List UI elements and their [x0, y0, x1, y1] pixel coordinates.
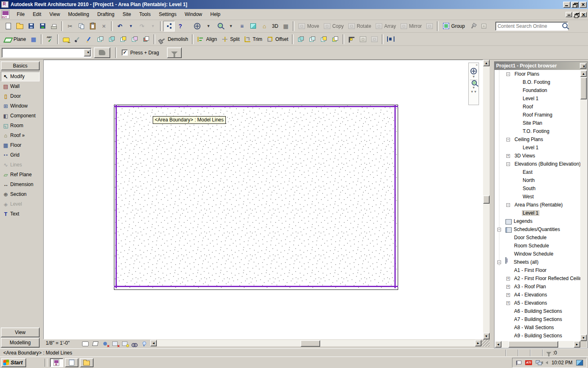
tree-item[interactable]: North: [495, 177, 580, 185]
edit-joins-button[interactable]: [357, 34, 369, 45]
horizontal-scroll-thumb[interactable]: [301, 340, 320, 347]
walkthrough-button[interactable]: ▦: [280, 21, 291, 31]
paste-button[interactable]: [87, 21, 98, 31]
design-bar-tab-view[interactable]: View: [1, 328, 40, 337]
align-button[interactable]: Align: [195, 34, 219, 45]
tree-item[interactable]: A7 - Building Sections: [495, 316, 580, 324]
tree-item-label[interactable]: Sheets (all): [513, 259, 539, 265]
collapse-icon[interactable]: −: [506, 72, 510, 76]
tree-item[interactable]: −Area Plans (Rentable): [495, 201, 580, 209]
tree-item-label[interactable]: Level 1: [522, 145, 539, 150]
type-selector-dropdown-button[interactable]: ▼: [84, 49, 91, 56]
delete-button[interactable]: ×: [98, 21, 109, 31]
sidebar-item-section[interactable]: ⊕Section: [1, 189, 40, 199]
tree-item-label[interactable]: Legends: [513, 218, 533, 224]
print-button[interactable]: [48, 21, 60, 31]
temporary-hide-isolate-button[interactable]: [130, 340, 139, 347]
work-grid-button[interactable]: ▦: [28, 34, 39, 45]
sidebar-item-window[interactable]: ⊞Window: [1, 101, 40, 111]
tree-item-label[interactable]: A9 - Building Sections: [513, 333, 563, 339]
zoom-button[interactable]: [214, 21, 225, 31]
tree-item-label[interactable]: Floor Plans: [514, 71, 540, 77]
tree-item[interactable]: A6 - Building Sections: [495, 307, 580, 316]
tree-item[interactable]: +3D Views: [495, 152, 580, 160]
wall-joins-button[interactable]: [346, 34, 357, 45]
project-browser-toggle-button[interactable]: [163, 21, 175, 31]
tree-item-label[interactable]: T.O. Footing: [522, 128, 550, 134]
tree-item[interactable]: Window Schedule: [495, 250, 580, 258]
notepad-window-task-button[interactable]: [65, 358, 78, 367]
sidebar-item-dimension[interactable]: ↔Dimension: [1, 180, 40, 189]
sidebar-item-room[interactable]: ◱Room: [1, 121, 40, 130]
crop-region-visibility-button[interactable]: [120, 340, 129, 347]
filter-button[interactable]: [167, 47, 182, 58]
tree-item[interactable]: Foundation: [495, 87, 580, 95]
group-button[interactable]: Group: [440, 21, 467, 31]
sidebar-item-wall[interactable]: ▤Wall: [1, 81, 40, 91]
tree-item-label[interactable]: Level 1: [522, 210, 539, 216]
menu-window[interactable]: Window: [180, 10, 206, 18]
area-plan-crop-boundary[interactable]: [114, 105, 398, 290]
view-3d-button[interactable]: 3D: [270, 21, 280, 31]
area-boundary-line-left[interactable]: [116, 105, 117, 288]
attach-button[interactable]: [95, 34, 106, 45]
tree-item[interactable]: South: [495, 185, 580, 193]
ati-icon[interactable]: ATI: [525, 360, 532, 365]
tree-item[interactable]: +A5 - Elevations: [495, 299, 580, 307]
open-button[interactable]: [14, 21, 25, 31]
tree-item-label[interactable]: A4 - Elevations: [513, 292, 548, 298]
tree-item-label[interactable]: B.O. Footing: [522, 79, 551, 85]
zoom-menu-button[interactable]: ▾: [225, 21, 236, 31]
content-search-input[interactable]: [497, 23, 561, 29]
tree-item-label[interactable]: Roof Framing: [522, 112, 553, 118]
scroll-up-button[interactable]: ▲: [483, 60, 490, 66]
type-selector[interactable]: ▼: [2, 48, 91, 58]
document-restore-button[interactable]: [573, 12, 579, 17]
menu-edit[interactable]: Edit: [29, 10, 45, 18]
offset-button[interactable]: Offset: [264, 34, 290, 45]
tree-item[interactable]: Site Plan: [495, 119, 580, 128]
tree-item-label[interactable]: Elevations (Building Elevation): [514, 161, 580, 167]
save-button[interactable]: [25, 21, 37, 31]
tree-item-label[interactable]: Window Schedule: [513, 251, 554, 257]
crop-region-button[interactable]: [110, 340, 119, 347]
collapse-icon[interactable]: −: [506, 138, 510, 141]
internet-explorer-quicklaunch-button[interactable]: [29, 358, 40, 367]
project-browser-close-button[interactable]: ×: [580, 63, 586, 69]
ungroup-button[interactable]: [478, 21, 490, 31]
tree-item-label[interactable]: Ceiling Plans: [514, 137, 544, 142]
vertical-scroll-thumb[interactable]: [483, 195, 490, 204]
tree-item-label[interactable]: South: [522, 186, 536, 191]
uncut-geometry-button[interactable]: [330, 34, 341, 45]
tree-item-label[interactable]: A2 - First Floor Reflected Ceiling: [513, 276, 580, 281]
selection-filter[interactable]: :0: [546, 350, 588, 356]
expand-icon[interactable]: +: [506, 301, 510, 305]
area-boundary-line-top[interactable]: [114, 106, 398, 107]
trim-button[interactable]: Trim: [242, 34, 265, 45]
tree-item[interactable]: −Floor Plans: [495, 70, 580, 79]
restore-button[interactable]: [571, 2, 579, 8]
h-scroll-left-button[interactable]: ◄: [150, 340, 157, 346]
spelling-button[interactable]: [44, 34, 56, 45]
undo-list-button[interactable]: ▾: [125, 21, 136, 31]
scroll-down-button[interactable]: ▼: [483, 333, 490, 339]
new-document-button[interactable]: [2, 21, 14, 31]
document-close-button[interactable]: [580, 12, 587, 17]
tree-item-label[interactable]: A7 - Building Sections: [513, 316, 563, 322]
sidebar-item-text[interactable]: TText: [1, 209, 40, 219]
reveal-hidden-button[interactable]: [140, 340, 149, 347]
context-help-button[interactable]: ?: [175, 21, 186, 31]
demolish-button[interactable]: Demolish: [157, 34, 190, 45]
tree-item-label[interactable]: Area Plans (Rentable): [514, 202, 564, 208]
tree-item[interactable]: Level 1: [495, 144, 580, 152]
resize-grip[interactable]: [481, 339, 490, 347]
menu-view[interactable]: View: [45, 10, 64, 18]
thin-lines-button[interactable]: ≡: [236, 21, 247, 31]
sidebar-item-ref-plane[interactable]: ▱Ref Plane: [1, 170, 40, 180]
tree-item[interactable]: East: [495, 168, 580, 177]
tree-item[interactable]: −Sheets (all): [495, 258, 580, 267]
tree-item[interactable]: −Elevations (Building Elevation): [495, 160, 580, 168]
tree-item[interactable]: +A4 - Elevations: [495, 291, 580, 299]
tree-item[interactable]: −Schedules/Quantities: [495, 226, 580, 234]
start-button[interactable]: Start: [1, 358, 26, 367]
